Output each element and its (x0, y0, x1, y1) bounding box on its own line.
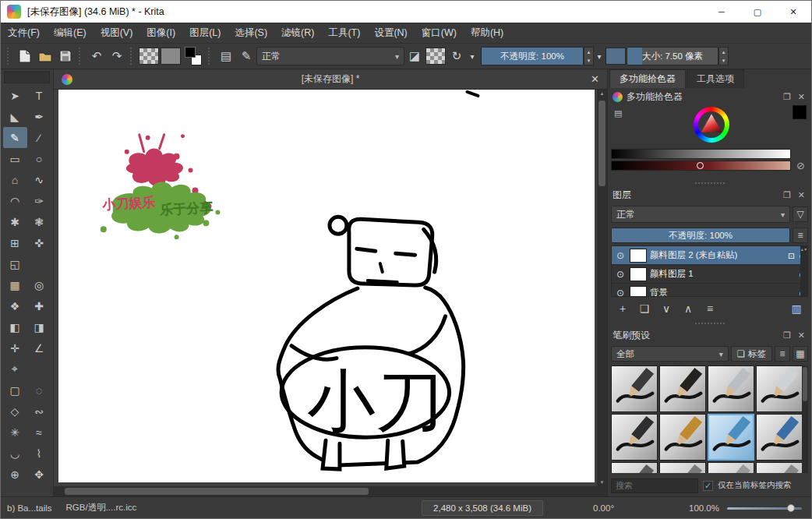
tool-gradient[interactable]: ▦ (3, 274, 27, 295)
tool-fill[interactable]: ◧ (3, 316, 27, 337)
tool-calligraphy[interactable]: ✒ (27, 106, 51, 127)
tool-freehand-path[interactable]: ✑ (27, 190, 51, 211)
save-button[interactable] (55, 46, 76, 66)
tab-tool-options[interactable]: 工具选项 (687, 69, 744, 88)
tool-dynamic-brush[interactable]: ✱ (3, 211, 27, 232)
brush-preset-10[interactable] (659, 462, 706, 473)
layer-blending-dropdown[interactable]: 正常 ▾ (611, 206, 790, 223)
tool-smart-patch[interactable]: ✚ (27, 295, 51, 316)
duplicate-layer-button[interactable]: ❏ (634, 299, 655, 318)
brush-preset-9[interactable] (611, 462, 658, 473)
zoom-slider-thumb[interactable] (787, 504, 795, 512)
horizontal-scrollbar-thumb[interactable] (65, 488, 369, 495)
opacity-spinner[interactable]: ▴ ▾ (584, 47, 594, 65)
gradient-swatch[interactable] (139, 48, 159, 65)
tool-reference-images[interactable]: ⌖ (3, 358, 27, 380)
tool-select-shapes[interactable]: ➤ (3, 85, 27, 106)
tool-enclose-fill[interactable]: ◨ (27, 316, 51, 337)
brush-preset-4[interactable] (756, 365, 803, 412)
window-close-button[interactable]: ✕ (775, 1, 811, 23)
tool-transform[interactable]: ⊞ (3, 232, 27, 253)
tool-magnetic-select[interactable]: ⌇ (27, 443, 51, 464)
shade-marker[interactable] (697, 162, 704, 169)
current-color-swatch[interactable] (793, 105, 807, 119)
scroll-down-icon[interactable]: ▾ (597, 479, 607, 485)
brush-preset-2[interactable] (659, 365, 706, 412)
no-color-icon[interactable]: ⊘ (796, 160, 805, 171)
tool-rectangle[interactable]: ▭ (3, 148, 27, 169)
layer-visibility-icon[interactable]: ⊙ (614, 250, 627, 261)
brush-preset-12[interactable] (756, 462, 803, 473)
brush-preset-7[interactable] (708, 414, 754, 461)
undo-button[interactable]: ↶ (86, 46, 107, 66)
brush-grid-scrollbar[interactable] (802, 365, 808, 473)
layer-list-scrollbar[interactable]: ▴ ▾ (800, 246, 807, 296)
float-docker-icon[interactable]: ❐ (782, 190, 793, 200)
blending-mode-dropdown[interactable]: 正常 ▾ (256, 47, 404, 65)
brush-list-view-button[interactable]: ≡ (775, 346, 790, 362)
lock-icon[interactable]: ⊡ (787, 251, 796, 260)
eraser-mode-button[interactable]: ◪ (404, 46, 425, 66)
menu-item-window[interactable]: 窗口(W) (415, 23, 464, 43)
redo-button[interactable]: ↷ (107, 46, 127, 66)
tool-color-sampler[interactable]: ◎ (27, 274, 51, 295)
delete-layer-button[interactable]: ▥ (786, 299, 807, 318)
dock-splitter[interactable] (609, 180, 810, 186)
float-docker-icon[interactable]: ❐ (782, 92, 793, 102)
menu-item-file[interactable]: 文件(F) (1, 23, 47, 43)
brush-detail-button[interactable]: ▤ (216, 46, 236, 66)
tool-bezier-select[interactable]: ◡ (3, 443, 27, 464)
brush-size-spinner[interactable]: ▴ ▾ (718, 47, 729, 65)
scroll-up-icon[interactable]: ▴ (597, 90, 607, 97)
layer-visibility-icon[interactable]: ⊙ (614, 288, 627, 298)
brush-preset-1[interactable] (611, 365, 658, 412)
toolbox-docker-tab[interactable] (4, 71, 50, 83)
spin-up-icon[interactable]: ▴ (719, 48, 728, 56)
layer-menu-button[interactable]: ≡ (793, 228, 808, 243)
spin-down-icon[interactable]: ▾ (584, 56, 593, 65)
pattern-swatch[interactable] (161, 48, 181, 65)
brush-preset-8[interactable] (756, 414, 803, 461)
dock-splitter[interactable] (609, 320, 810, 327)
brush-preset-3[interactable] (708, 365, 754, 412)
brush-size-slider[interactable]: 大小: 7.50 像素 (627, 47, 718, 65)
layer-visibility-icon[interactable]: ⊙ (614, 269, 627, 280)
tool-move[interactable]: ✜ (27, 232, 51, 253)
menu-item-tools[interactable]: 工具(T) (321, 23, 367, 43)
spin-up-icon[interactable]: ▴ (584, 48, 593, 56)
menu-item-edit[interactable]: 编辑(E) (47, 23, 94, 43)
close-docker-icon[interactable]: ✕ (796, 190, 807, 200)
menu-item-settings[interactable]: 设置(N) (367, 23, 414, 43)
tool-zoom[interactable]: ⊕ (3, 464, 27, 485)
preset-dropdown-arrow[interactable]: ▾ (467, 46, 478, 66)
spin-down-icon[interactable]: ▾ (719, 56, 728, 65)
move-layer-up-button[interactable]: ∧ (678, 299, 698, 318)
close-docker-icon[interactable]: ✕ (796, 330, 807, 341)
tool-similar-select[interactable]: ≈ (27, 422, 51, 443)
tool-polyline[interactable]: ∿ (27, 169, 51, 190)
brush-grid-view-button[interactable]: ▦ (793, 346, 808, 362)
zoom-slider[interactable] (727, 503, 802, 513)
color-selector-settings-icon[interactable]: ▤ (613, 108, 623, 118)
tags-button[interactable]: ❏ 标签 (731, 346, 772, 362)
horizontal-scrollbar[interactable] (54, 486, 597, 496)
opacity-slider[interactable]: 不透明度: 100% (481, 47, 584, 65)
tool-ellipse-select[interactable]: ◌ (27, 380, 51, 401)
document-close-button[interactable]: ✕ (591, 73, 599, 85)
tool-assistants[interactable]: ✛ (3, 337, 27, 358)
tool-text[interactable]: T (27, 85, 51, 106)
edit-brush-settings-button[interactable]: ✎ (236, 46, 256, 66)
search-scope-checkbox[interactable]: ✓ (703, 481, 713, 491)
tool-pan[interactable]: ✥ (27, 464, 51, 485)
gradient-preview-swatch[interactable] (605, 48, 626, 65)
brush-search-input[interactable] (611, 478, 698, 493)
vertical-scrollbar-thumb[interactable] (598, 101, 605, 186)
tool-line[interactable]: ∕ (27, 127, 51, 148)
menu-item-view[interactable]: 视图(V) (94, 23, 140, 43)
canvas-page[interactable]: 小刀娱乐 乐于分享 (58, 90, 595, 482)
foreground-background-colors[interactable] (183, 47, 203, 65)
window-minimize-button[interactable]: ─ (704, 1, 740, 23)
vertical-scrollbar[interactable]: ▴ ▾ (597, 90, 607, 486)
brush-preset-11[interactable] (708, 462, 754, 473)
brush-preset-6[interactable] (659, 414, 706, 461)
